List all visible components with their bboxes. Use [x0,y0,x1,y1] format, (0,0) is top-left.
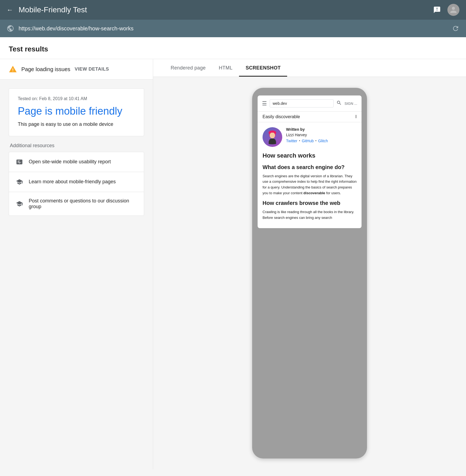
author-avatar-image [264,129,281,145]
avatar-icon [450,6,457,14]
glitch-link[interactable]: Glitch [318,139,328,143]
resource-item-learn[interactable]: Learn more about mobile-friendly pages [9,172,144,192]
resource-item-usability[interactable]: Open site-wide mobile usability report [9,152,144,172]
tested-on: Tested on: Feb 8, 2019 at 10:41 AM [18,96,135,101]
article-p1-end: for users. [326,191,341,195]
resources-card: Open site-wide mobile usability report L… [9,152,144,216]
link-sep-1: • [299,139,300,143]
view-details-link[interactable]: VIEW DETAILS [75,66,109,72]
phone-section-title: Easily discoverable I [258,112,362,122]
learn-icon [16,178,23,186]
resource-text-discuss: Post comments or questions to our discus… [29,198,137,210]
author-name: Lizzi Harvey [286,133,357,137]
github-link[interactable]: GitHub [302,139,314,143]
toolbar-icons [431,4,459,16]
author-info: Written by Lizzi Harvey Twitter • GitHub… [286,127,357,143]
warning-icon [9,65,17,73]
section-title-text: Easily discoverable [263,114,300,119]
back-button[interactable]: ← [7,7,13,13]
right-column: Rendered page HTML SCREENSHOT ☰ web.dev [153,59,466,469]
test-results-title: Test results [9,45,457,53]
toolbar: ← Mobile-Friendly Test [0,0,466,20]
two-col-layout: Page loading issues VIEW DETAILS Tested … [0,59,466,469]
article-content: How search works What does a search engi… [258,150,362,228]
tab-html[interactable]: HTML [212,59,239,77]
author-links: Twitter • GitHub • Glitch [286,139,357,143]
discuss-icon [16,200,23,208]
test-results-header: Test results [0,37,466,59]
resource-text-learn: Learn more about mobile-friendly pages [29,179,116,185]
phone-sign-btn: SIGN ... [345,101,357,106]
avatar[interactable] [447,4,459,16]
resource-item-discuss[interactable]: Post comments or questions to our discus… [9,192,144,216]
hamburger-icon: ☰ [262,100,267,107]
link-sep-2: • [315,139,316,143]
refresh-icon[interactable] [452,25,459,32]
phone-nav: ☰ web.dev SIGN ... [258,95,362,112]
result-card: Tested on: Feb 8, 2019 at 10:41 AM Page … [9,88,144,136]
resource-text-usability: Open site-wide mobile usability report [29,159,111,165]
issues-text: Page loading issues [21,66,70,72]
twitter-link[interactable]: Twitter [286,139,297,143]
left-column: Page loading issues VIEW DETAILS Tested … [0,59,153,469]
svg-point-5 [270,132,275,138]
phone-url: web.dev [270,99,334,108]
author-written-by-label: Written by [286,127,357,132]
url-input[interactable] [19,25,447,32]
article-h1: How search works [263,152,357,160]
feedback-button[interactable] [431,4,443,16]
page-title: Mobile-Friendly Test [19,5,431,14]
article-p1-bold: discoverable [304,191,325,195]
tab-screenshot[interactable]: SCREENSHOT [239,59,287,77]
tab-rendered-page[interactable]: Rendered page [164,59,212,77]
author-avatar [263,127,282,147]
author-section: Written by Lizzi Harvey Twitter • GitHub… [258,122,362,150]
feedback-icon [433,6,441,14]
issues-bar: Page loading issues VIEW DETAILS [0,59,153,80]
phone-mockup: ☰ web.dev SIGN ... Easily discovera [252,88,367,458]
article-h2-1: What does a search engine do? [263,164,357,171]
mobile-friendly-desc: This page is easy to use on a mobile dev… [18,121,135,127]
usability-report-icon [16,158,23,166]
additional-resources-title: Additional resources [9,143,144,149]
mobile-friendly-title: Page is mobile friendly [18,105,135,118]
phone-area: ☰ web.dev SIGN ... Easily discovera [153,77,466,469]
article-p2: Crawling is like reading through all the… [263,209,357,221]
phone-search-icon [336,100,342,107]
article-h2-2: How crawlers browse the web [263,199,357,207]
article-p1: Search engines are the digital version o… [263,173,357,196]
additional-resources-section: Additional resources Open site-wide mobi… [9,143,144,216]
tabs-bar: Rendered page HTML SCREENSHOT [153,59,466,77]
section-indicator: I [356,114,357,119]
main-content: Test results Page loading issues VIEW DE… [0,37,466,469]
globe-icon [7,25,14,32]
url-bar [0,20,466,37]
phone-screen: ☰ web.dev SIGN ... Easily discovera [258,95,362,228]
